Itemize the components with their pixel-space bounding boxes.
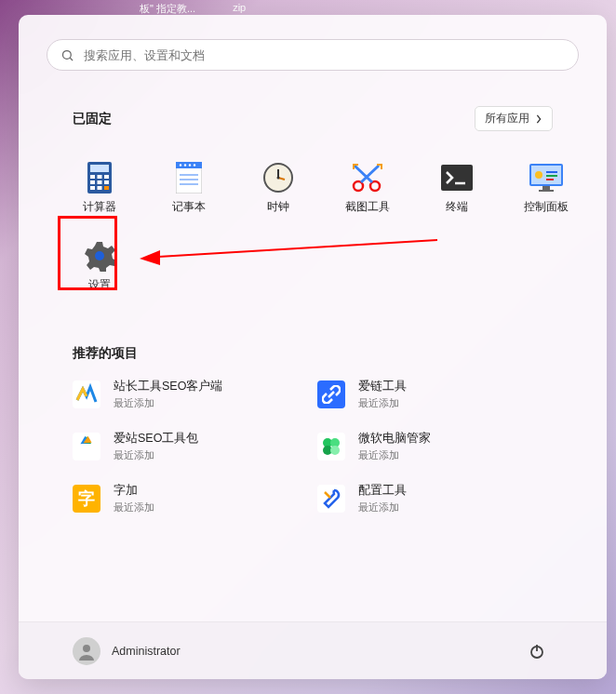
desktop-hint-2: zip [233, 2, 246, 16]
pinned-calculator[interactable]: 计算器 [58, 148, 141, 226]
recommended-item-subtitle: 最近添加 [358, 396, 407, 410]
svg-rect-3 [90, 165, 109, 172]
recommended-item-subtitle: 最近添加 [114, 448, 198, 462]
svg-rect-39 [539, 190, 554, 192]
svg-point-0 [63, 50, 72, 59]
search-bar[interactable] [47, 39, 579, 71]
svg-rect-41 [546, 171, 557, 173]
start-menu-footer: Administrator [19, 621, 607, 679]
scissors-icon [351, 161, 384, 194]
search-input[interactable] [84, 48, 565, 62]
pinned-label: 时钟 [267, 200, 289, 214]
desktop-file-hints: 板" 指定教... zip [140, 2, 246, 16]
wrench-icon [317, 485, 345, 513]
svg-rect-31 [353, 164, 355, 169]
notepad-icon [172, 161, 206, 194]
desktop-hint-1: 板" 指定教... [140, 2, 195, 16]
svg-point-50 [330, 446, 340, 455]
pinned-label: 截图工具 [345, 200, 390, 214]
power-button[interactable] [521, 635, 553, 667]
user-account-button[interactable]: Administrator [73, 637, 181, 665]
control-panel-icon [529, 161, 563, 194]
svg-line-51 [325, 492, 330, 498]
recommended-title: 推荐的项目 [73, 345, 138, 362]
link-icon [317, 380, 345, 408]
recommended-item[interactable]: 字 字加 最近添加 [73, 483, 308, 514]
clover-icon [317, 433, 345, 460]
pinned-label: 控制面板 [524, 200, 569, 214]
recommended-item-title: 站长工具SEO客户端 [114, 379, 222, 394]
svg-rect-7 [90, 180, 95, 184]
svg-point-16 [184, 164, 186, 166]
svg-point-17 [189, 164, 191, 166]
chevron-right-icon [535, 114, 542, 124]
recommended-item-subtitle: 最近添加 [358, 448, 431, 462]
recommended-item[interactable]: 爱链工具 最近添加 [317, 379, 553, 410]
recommended-item-title: 字加 [114, 483, 154, 499]
recommended-item-subtitle: 最近添加 [114, 396, 222, 410]
recommended-item-title: 爱链工具 [358, 379, 407, 394]
svg-point-25 [277, 176, 280, 179]
svg-point-18 [194, 164, 195, 166]
recommended-item-title: 配置工具 [358, 483, 407, 499]
pinned-section: 已固定 所有应用 计算器 记事本 [73, 106, 553, 304]
svg-point-15 [180, 164, 181, 166]
recommended-item[interactable]: 爱站SEO工具包 最近添加 [73, 431, 308, 462]
svg-rect-8 [98, 180, 102, 184]
svg-rect-10 [90, 186, 95, 190]
svg-rect-43 [546, 179, 554, 180]
recommended-item-subtitle: 最近添加 [114, 500, 154, 514]
calculator-icon [83, 161, 116, 194]
username-label: Administrator [112, 645, 181, 658]
recommended-item[interactable]: 微软电脑管家 最近添加 [317, 431, 553, 462]
svg-rect-38 [542, 186, 550, 190]
avatar-icon [73, 637, 100, 665]
pinned-title: 已固定 [73, 111, 112, 127]
pinned-label: 计算器 [83, 200, 116, 214]
gear-icon [83, 239, 116, 273]
pinned-notepad[interactable]: 记事本 [147, 148, 231, 226]
start-menu: 已固定 所有应用 计算器 记事本 [19, 15, 607, 679]
pinned-label: 记事本 [172, 200, 206, 214]
pinned-grid: 计算器 记事本 时钟 截图工具 [58, 148, 553, 304]
terminal-icon [440, 161, 474, 194]
svg-rect-11 [98, 186, 102, 190]
svg-rect-12 [104, 186, 109, 190]
svg-point-52 [83, 645, 90, 652]
svg-rect-33 [381, 164, 382, 169]
svg-rect-34 [441, 165, 473, 191]
recommended-item[interactable]: 站长工具SEO客户端 最近添加 [73, 379, 308, 410]
clock-icon [261, 161, 295, 194]
recommended-item-title: 微软电脑管家 [358, 431, 431, 447]
power-icon [529, 643, 545, 660]
recommended-item-title: 爱站SEO工具包 [114, 431, 198, 447]
search-icon [60, 48, 74, 62]
recommended-list: 站长工具SEO客户端 最近添加 爱链工具 最近添加 爱站SEO工具包 [73, 379, 553, 514]
pinned-snip[interactable]: 截图工具 [326, 148, 409, 226]
recycle-icon [73, 433, 100, 460]
recommended-item[interactable]: 配置工具 最近添加 [317, 483, 553, 514]
svg-rect-9 [104, 180, 109, 184]
pinned-label: 设置 [88, 278, 111, 292]
pinned-terminal[interactable]: 终端 [415, 148, 499, 226]
svg-rect-5 [98, 175, 102, 179]
recommended-section: 推荐的项目 站长工具SEO客户端 最近添加 爱链工具 最近添加 [73, 345, 553, 514]
svg-line-1 [70, 58, 73, 60]
pinned-control-panel[interactable]: 控制面板 [504, 148, 588, 226]
all-apps-button[interactable]: 所有应用 [475, 106, 553, 131]
app-icon [73, 380, 100, 408]
svg-rect-42 [546, 175, 557, 177]
svg-rect-4 [90, 175, 95, 179]
svg-point-44 [95, 251, 104, 260]
pinned-settings[interactable]: 设置 [58, 226, 141, 304]
recommended-item-subtitle: 最近添加 [358, 500, 407, 514]
all-apps-label: 所有应用 [485, 111, 529, 127]
svg-point-40 [535, 171, 542, 179]
svg-rect-6 [104, 175, 109, 179]
pinned-clock[interactable]: 时钟 [236, 148, 320, 226]
pinned-label: 终端 [446, 200, 468, 214]
character-icon: 字 [73, 485, 100, 513]
